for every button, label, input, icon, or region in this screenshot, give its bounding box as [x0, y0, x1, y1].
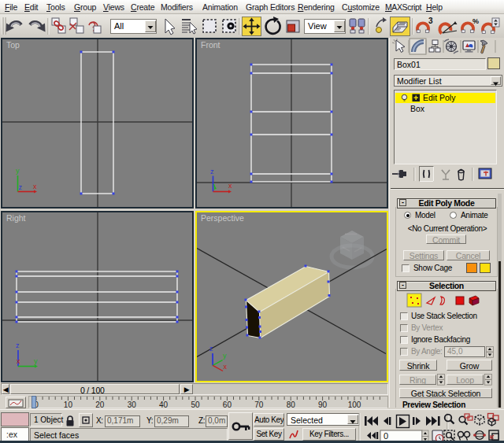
- svg-text:x: x: [17, 357, 20, 365]
- svg-text:20: 20: [95, 401, 105, 408]
- svg-text:3: 3: [428, 17, 433, 25]
- svg-text:z: z: [19, 183, 23, 191]
- svg-text:90: 90: [318, 401, 328, 408]
- svg-text:0: 0: [384, 431, 388, 441]
- svg-text:x: x: [224, 363, 228, 371]
- svg-text:40: 40: [159, 401, 169, 408]
- svg-text:x: x: [228, 182, 232, 190]
- svg-text:x: x: [33, 183, 37, 190]
- svg-text:80: 80: [287, 401, 296, 408]
- svg-text:y: y: [223, 352, 227, 360]
- svg-text:70: 70: [254, 401, 264, 408]
- svg-text:60: 60: [223, 401, 232, 408]
- svg-text:z: z: [210, 168, 214, 175]
- svg-text:10: 10: [64, 401, 73, 408]
- svg-text:y: y: [16, 167, 20, 175]
- svg-text:%: %: [472, 17, 479, 25]
- svg-text:z: z: [16, 341, 20, 349]
- svg-text:z: z: [209, 345, 213, 353]
- svg-text:y: y: [34, 357, 38, 365]
- svg-text:100: 100: [348, 401, 361, 408]
- svg-text:30: 30: [128, 401, 137, 408]
- svg-text:50: 50: [191, 401, 200, 408]
